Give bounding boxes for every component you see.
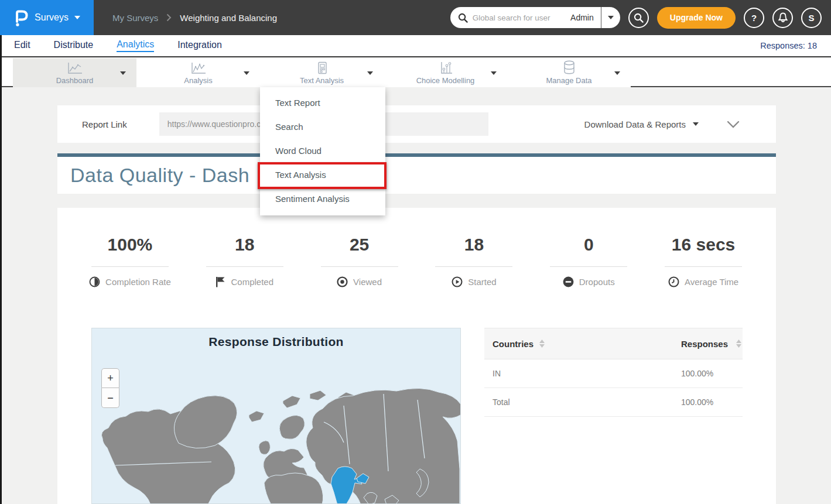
zoom-out-button[interactable]: − bbox=[101, 388, 119, 408]
map-region-asia bbox=[306, 388, 461, 504]
menu-item-word-cloud[interactable]: Word Cloud bbox=[260, 139, 385, 163]
map-region-scandinavia bbox=[279, 415, 305, 439]
toolbar-item-manage-data[interactable]: Manage Data bbox=[507, 59, 631, 87]
chevron-down-icon[interactable] bbox=[614, 71, 620, 75]
stat-label: Viewed bbox=[353, 277, 382, 287]
contrast-icon bbox=[89, 276, 100, 287]
sort-icon[interactable] bbox=[736, 340, 741, 348]
tab-analytics[interactable]: Analytics bbox=[117, 39, 154, 52]
stat-label: Completion Rate bbox=[105, 277, 171, 287]
text-analysis-dropdown-menu: Text Report Search Word Cloud Text Analy… bbox=[260, 87, 385, 215]
map-region-arctic-islands bbox=[283, 396, 300, 408]
avatar[interactable]: S bbox=[801, 8, 822, 28]
toolbar-item-analysis[interactable]: Analysis bbox=[136, 59, 260, 87]
tab-integration[interactable]: Integration bbox=[177, 40, 222, 52]
menu-item-search[interactable]: Search bbox=[260, 115, 385, 139]
download-data-reports-menu[interactable]: Download Data & Reports bbox=[584, 119, 699, 129]
column-header-responses[interactable]: Responses bbox=[681, 339, 728, 349]
chevron-down-icon bbox=[608, 16, 614, 19]
stat-label: Average Time bbox=[685, 277, 738, 287]
product-label: Surveys bbox=[35, 12, 69, 23]
dashboard-card: 100% Completion Rate 18 Completed 25 bbox=[57, 208, 776, 504]
menu-item-text-report[interactable]: Text Report bbox=[260, 91, 385, 115]
stat-average-time: 16 secs Average Time bbox=[646, 235, 761, 287]
flag-icon bbox=[216, 276, 225, 287]
minus-icon bbox=[563, 276, 574, 287]
stat-value: 25 bbox=[350, 235, 369, 255]
world-map[interactable] bbox=[92, 328, 461, 504]
page-title: Data Quality - Dash bbox=[70, 164, 249, 187]
global-search: Admin bbox=[450, 7, 620, 28]
chevron-down-icon[interactable] bbox=[244, 71, 249, 75]
tab-distribute[interactable]: Distribute bbox=[54, 40, 94, 52]
stat-completion-rate: 100% Completion Rate bbox=[73, 235, 187, 287]
text-report-icon bbox=[316, 61, 328, 74]
stat-value: 0 bbox=[584, 235, 594, 255]
menu-item-sentiment-analysis[interactable]: Sentiment Analysis bbox=[260, 187, 385, 211]
breadcrumb-current: Weighting and Balancing bbox=[180, 13, 277, 23]
divider bbox=[206, 266, 283, 267]
sort-icon[interactable] bbox=[539, 340, 545, 348]
chevron-down-icon[interactable] bbox=[120, 71, 126, 75]
line-chart-icon bbox=[67, 61, 83, 74]
search-button[interactable] bbox=[628, 8, 649, 28]
toolbar-item-label: Analysis bbox=[184, 76, 212, 85]
surveys-product-menu[interactable]: Surveys bbox=[0, 0, 94, 35]
toolbar-item-choice-modelling[interactable]: Choice Modelling bbox=[384, 59, 507, 87]
notifications-button[interactable] bbox=[772, 8, 793, 28]
column-header-countries[interactable]: Countries bbox=[493, 339, 534, 349]
window-edge bbox=[0, 35, 2, 504]
stat-started: 18 Started bbox=[416, 235, 531, 287]
report-link-label: Report Link bbox=[82, 119, 127, 129]
divider bbox=[665, 266, 742, 267]
country-cell: Total bbox=[493, 397, 510, 407]
chevron-down-icon[interactable] bbox=[367, 71, 373, 75]
help-button[interactable]: ? bbox=[744, 8, 764, 28]
collapse-section-button[interactable] bbox=[727, 121, 740, 128]
search-scope-select[interactable] bbox=[601, 7, 620, 28]
chevron-down-icon[interactable] bbox=[491, 71, 497, 75]
map-region-uk bbox=[259, 441, 271, 455]
stat-value: 18 bbox=[235, 235, 254, 255]
search-input[interactable] bbox=[473, 13, 570, 22]
dashboard-title-card: Data Quality - Dash bbox=[57, 153, 776, 194]
stat-value: 18 bbox=[464, 235, 484, 255]
analysis-chart-icon bbox=[191, 61, 206, 74]
zoom-in-button[interactable]: + bbox=[101, 368, 119, 388]
responses-count: Responses: 18 bbox=[760, 41, 817, 50]
toolbar-item-label: Text Analysis bbox=[300, 76, 344, 85]
bell-icon bbox=[778, 12, 788, 23]
response-distribution-map[interactable]: Response Distribution + − bbox=[91, 328, 461, 504]
stat-label: Completed bbox=[231, 277, 273, 287]
country-cell: IN bbox=[493, 369, 501, 378]
responses-cell: 100.00% bbox=[681, 369, 713, 378]
chevron-down-icon bbox=[727, 121, 740, 128]
stat-label: Dropouts bbox=[579, 277, 615, 287]
table-row: IN 100.00% bbox=[484, 359, 743, 388]
play-icon bbox=[452, 276, 463, 287]
stat-value: 100% bbox=[108, 235, 153, 255]
clock-icon bbox=[668, 276, 679, 287]
toolbar-item-dashboard[interactable]: Dashboard bbox=[13, 59, 136, 87]
map-region-iceland bbox=[249, 411, 264, 422]
chevron-right-icon bbox=[166, 13, 172, 22]
map-zoom-controls: + − bbox=[101, 368, 119, 408]
toolbar-item-label: Manage Data bbox=[546, 76, 591, 85]
toolbar-item-text-analysis[interactable]: Text Analysis bbox=[260, 59, 384, 87]
countries-table: Countries Responses IN 100.00% bbox=[484, 328, 743, 417]
tab-edit[interactable]: Edit bbox=[14, 40, 30, 52]
map-region-greenland bbox=[174, 396, 237, 448]
menu-item-text-analysis[interactable]: Text Analysis bbox=[260, 163, 385, 187]
search-icon bbox=[634, 13, 644, 23]
upgrade-now-button[interactable]: Upgrade Now bbox=[657, 7, 736, 29]
stat-completed: 18 Completed bbox=[187, 235, 302, 287]
stat-viewed: 25 Viewed bbox=[302, 235, 417, 287]
questionpro-logo-icon bbox=[13, 8, 29, 28]
breadcrumb-parent[interactable]: My Surveys bbox=[112, 13, 158, 23]
app-window: Surveys My Surveys Weighting and Balanci… bbox=[0, 0, 831, 504]
toolbar-item-label: Dashboard bbox=[56, 76, 94, 85]
scatter-chart-icon bbox=[439, 61, 453, 74]
survey-stats-row: 100% Completion Rate 18 Completed 25 bbox=[57, 208, 776, 287]
header-actions: Admin Upgrade Now ? S bbox=[450, 7, 831, 29]
eye-icon bbox=[337, 276, 348, 287]
